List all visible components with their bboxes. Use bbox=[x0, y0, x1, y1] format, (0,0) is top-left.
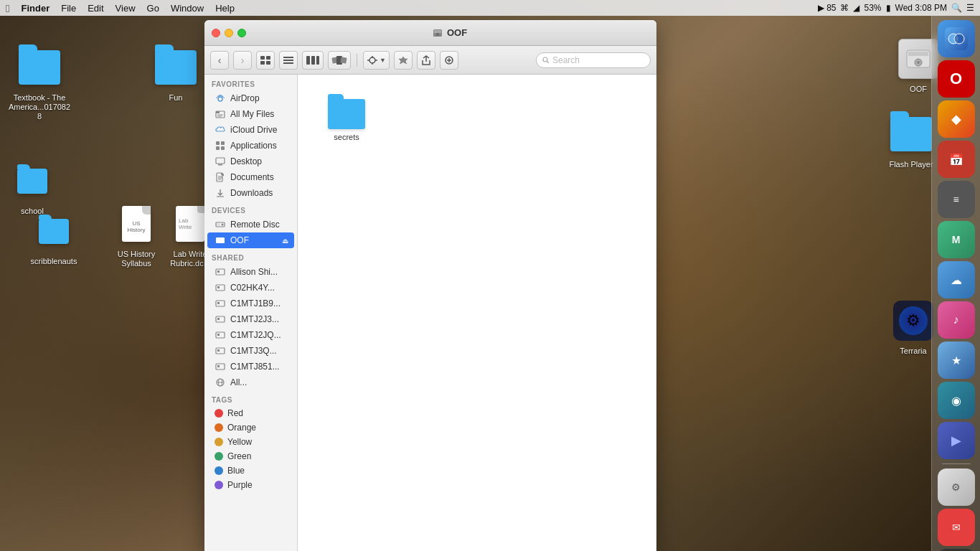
minimize-button[interactable] bbox=[225, 29, 233, 37]
sidebar-item-desktop[interactable]: Desktop bbox=[207, 154, 294, 169]
svg-rect-57 bbox=[216, 285, 225, 291]
dock-app10[interactable]: ◉ bbox=[938, 382, 975, 419]
sidebar-item-documents[interactable]: Documents bbox=[207, 169, 294, 185]
wifi-icon: ⌘ bbox=[840, 3, 849, 13]
sidebar-item-all[interactable]: All... bbox=[207, 375, 294, 390]
sidebar-tag-green[interactable]: Green bbox=[207, 449, 294, 463]
close-button[interactable] bbox=[212, 29, 220, 37]
menubar-right: ▶ 85 ⌘ ◢ 53% ▮ Wed 3:08 PM 🔍 ☰ bbox=[818, 3, 974, 13]
dock-app3[interactable]: ◆ bbox=[938, 100, 975, 138]
sidebar-item-c1mtj2jq[interactable]: C1MTJ2JQ... bbox=[207, 327, 294, 343]
battery-pct: 53% bbox=[864, 3, 881, 13]
sidebar-tag-yellow[interactable]: Yellow bbox=[207, 435, 294, 449]
eject-button[interactable]: ⏏ bbox=[282, 237, 288, 245]
dock-opera[interactable]: O bbox=[938, 60, 975, 98]
apple-menu[interactable]:  bbox=[6, 2, 9, 14]
finder-toolbar: ‹ › bbox=[204, 46, 656, 75]
dock-music[interactable]: ♪ bbox=[938, 301, 975, 339]
sidebar-tag-red[interactable]: Red bbox=[207, 406, 294, 420]
sidebar-item-all-my-files[interactable]: All My Files bbox=[207, 106, 294, 122]
sidebar-item-downloads[interactable]: Downloads bbox=[207, 185, 294, 201]
search-icon[interactable]: 🔍 bbox=[951, 3, 962, 13]
sidebar-item-allison[interactable]: Allison Shi... bbox=[207, 264, 294, 280]
finder-title: OOF bbox=[250, 27, 649, 38]
dock-app12[interactable]: ⚙ bbox=[938, 468, 975, 506]
menubar-finder[interactable]: Finder bbox=[15, 3, 55, 14]
svg-rect-10 bbox=[260, 61, 265, 65]
dock-notes[interactable]: ≡ bbox=[938, 181, 975, 218]
menubar-edit[interactable]: Edit bbox=[82, 3, 109, 14]
column-view-button[interactable] bbox=[302, 51, 324, 70]
svg-rect-11 bbox=[266, 61, 270, 65]
menubar-go[interactable]: Go bbox=[141, 3, 165, 14]
sidebar-item-c1mtj3q[interactable]: C1MTJ3Q... bbox=[207, 343, 294, 359]
menubar-file[interactable]: File bbox=[55, 3, 82, 14]
desktop-icon-fun[interactable]: Fun bbox=[143, 44, 208, 103]
menubar-help[interactable]: Help bbox=[209, 3, 240, 14]
menubar-view[interactable]: View bbox=[110, 3, 141, 14]
search-bar[interactable]: Search bbox=[536, 52, 651, 68]
svg-rect-65 bbox=[216, 348, 225, 354]
notification-icon[interactable]: ☰ bbox=[966, 3, 974, 13]
tag-purple-dot bbox=[215, 481, 223, 489]
menubar:  Finder File Edit View Go Window Help ▶… bbox=[0, 0, 980, 16]
share-button[interactable] bbox=[417, 51, 435, 70]
dock-app9[interactable]: ★ bbox=[938, 342, 975, 379]
icon-view-button[interactable] bbox=[256, 51, 275, 70]
sidebar-tag-purple[interactable]: Purple bbox=[207, 478, 294, 492]
sidebar-tag-blue[interactable]: Blue bbox=[207, 463, 294, 478]
sidebar-item-applications[interactable]: Applications bbox=[207, 138, 294, 154]
svg-rect-1 bbox=[908, 52, 928, 56]
svg-rect-58 bbox=[217, 286, 220, 288]
svg-rect-12 bbox=[283, 57, 293, 58]
svg-point-50 bbox=[222, 224, 224, 226]
list-view-button[interactable] bbox=[279, 51, 298, 70]
battery-icon: ▮ bbox=[886, 3, 891, 13]
remote-disc-icon bbox=[215, 219, 226, 230]
tag-red-dot bbox=[215, 409, 223, 418]
sidebar-item-icloud[interactable]: iCloud Drive bbox=[207, 122, 294, 138]
finder-main-content: secrets bbox=[298, 75, 656, 551]
svg-rect-41 bbox=[218, 164, 222, 166]
tags-button[interactable] bbox=[440, 51, 458, 70]
desktop-icon-textbook[interactable]: Textbook - The America...0170828 bbox=[7, 44, 72, 122]
forward-button[interactable]: › bbox=[233, 51, 252, 70]
sidebar-item-remote-disc[interactable]: Remote Disc bbox=[207, 217, 294, 232]
clock: Wed 3:08 PM bbox=[895, 3, 947, 13]
coverflow-view-icon bbox=[331, 55, 347, 65]
menubar-window[interactable]: Window bbox=[165, 3, 209, 14]
svg-rect-67 bbox=[216, 364, 225, 369]
desktop-icon-scribblenauts[interactable]: scribblenauts bbox=[22, 208, 86, 266]
devices-header: DEVICES bbox=[204, 201, 297, 217]
back-button[interactable]: ‹ bbox=[210, 51, 229, 70]
dock-app13[interactable]: ✉ bbox=[938, 509, 975, 546]
dock-finder[interactable] bbox=[938, 20, 975, 57]
finder-window: OOF ‹ › bbox=[204, 20, 656, 551]
svg-rect-66 bbox=[217, 349, 220, 352]
svg-rect-68 bbox=[217, 365, 220, 367]
sidebar-item-c1mtj851[interactable]: C1MTJ851... bbox=[207, 359, 294, 375]
action-icon bbox=[397, 55, 409, 65]
sidebar-item-airdrop[interactable]: AirDrop bbox=[207, 90, 294, 106]
view-options-button[interactable]: ▼ bbox=[363, 51, 390, 70]
dock-app11[interactable]: ▶ bbox=[938, 422, 975, 459]
action-button[interactable] bbox=[394, 51, 413, 70]
sidebar-item-c02hk4y[interactable]: C02HK4Y... bbox=[207, 280, 294, 296]
sidebar-item-oof[interactable]: OOF ⏏ bbox=[207, 232, 294, 248]
svg-point-7 bbox=[437, 34, 438, 35]
icon-view-icon bbox=[260, 55, 271, 65]
dock-app7[interactable]: ☁ bbox=[938, 261, 975, 298]
sidebar-item-c1mtj1b9[interactable]: C1MTJ1B9... bbox=[207, 296, 294, 311]
desktop-icon-school[interactable]: school bbox=[0, 158, 65, 216]
network-icon-2 bbox=[215, 282, 226, 293]
svg-rect-64 bbox=[217, 334, 220, 336]
sidebar-tag-orange[interactable]: Orange bbox=[207, 420, 294, 435]
svg-rect-8 bbox=[260, 56, 265, 60]
dock-app6[interactable]: M bbox=[938, 221, 975, 258]
sidebar-item-c1mtj2j3[interactable]: C1MTJ2J3... bbox=[207, 311, 294, 327]
dock-calendar[interactable]: 📅 bbox=[938, 141, 975, 178]
svg-rect-16 bbox=[311, 56, 315, 65]
file-item-secrets[interactable]: secrets bbox=[318, 95, 375, 146]
coverflow-view-button[interactable] bbox=[328, 51, 351, 70]
maximize-button[interactable] bbox=[237, 29, 246, 37]
